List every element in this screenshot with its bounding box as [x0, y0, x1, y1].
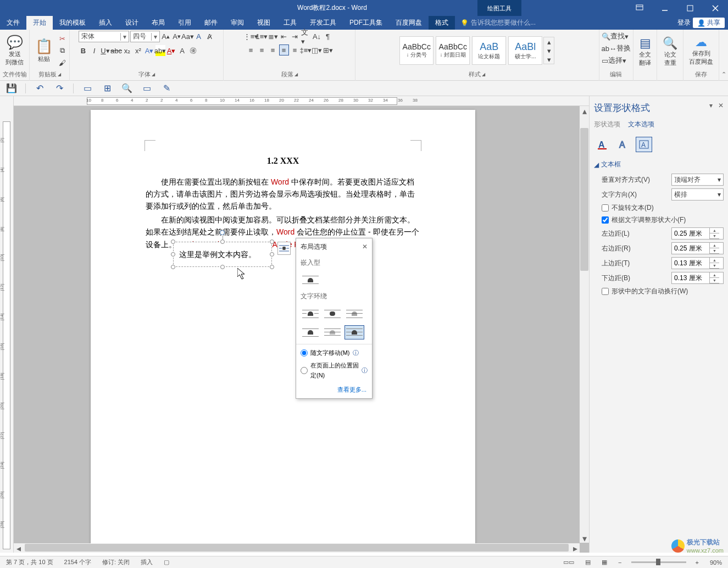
resize-handle[interactable]: [171, 252, 175, 257]
close-button[interactable]: [703, 0, 728, 16]
wrap-behind-option[interactable]: [323, 325, 342, 339]
text-box-shape[interactable]: 这里是举例文本内容。: [173, 242, 272, 267]
styles-up-icon[interactable]: ▴: [544, 37, 554, 46]
menu-references[interactable]: 引用: [171, 16, 198, 30]
select-button[interactable]: ▭ 选择 ▾: [602, 55, 626, 66]
document-scroll-area[interactable]: 10864224681014161820222426283032343638 1…: [14, 96, 589, 553]
qat-icon-2[interactable]: ⊞: [101, 82, 113, 94]
enclose-icon[interactable]: ㊝: [188, 45, 198, 56]
search-button[interactable]: 🔍 论文 查重: [659, 35, 681, 68]
menu-format-context[interactable]: 格式: [429, 16, 455, 30]
margin-bottom-spinner[interactable]: ▲▼: [671, 272, 724, 284]
share-button[interactable]: 👤共享: [693, 18, 725, 28]
highlight-icon[interactable]: ab▾: [155, 45, 165, 56]
qat-icon-3[interactable]: 🔍: [121, 82, 133, 94]
align-right-icon[interactable]: ≡: [268, 44, 278, 55]
menu-templates[interactable]: 我的模板: [53, 16, 92, 30]
asian-layout-icon[interactable]: 文▾: [301, 31, 311, 42]
replace-button[interactable]: ab↔ 替换: [602, 43, 631, 54]
track-changes-status[interactable]: 修订: 关闭: [101, 558, 131, 566]
font-color-icon[interactable]: A▾: [166, 45, 176, 56]
qat-icon-4[interactable]: ▭: [141, 82, 153, 94]
save-icon[interactable]: 💾: [5, 82, 18, 94]
margin-left-spinner[interactable]: ▲▼: [671, 227, 724, 240]
norotate-checkbox[interactable]: [602, 204, 609, 211]
clear-format-icon[interactable]: A̷: [205, 31, 215, 42]
autofit-checkbox[interactable]: [602, 216, 609, 224]
style-item[interactable]: AaBbCc↓ 封面日期: [436, 36, 470, 65]
phonetic-icon[interactable]: A: [194, 31, 204, 42]
margin-top-spinner[interactable]: ▲▼: [671, 257, 724, 269]
cut-icon[interactable]: ✂: [57, 33, 67, 44]
zoom-out-icon[interactable]: −: [616, 559, 623, 566]
layout-options-button[interactable]: [277, 242, 291, 255]
view-print-icon[interactable]: ▤: [583, 559, 592, 566]
resize-handle[interactable]: [220, 240, 225, 244]
resize-handle[interactable]: [270, 252, 274, 257]
subscript-icon[interactable]: x₂: [123, 45, 132, 56]
decrease-indent-icon[interactable]: ⇤: [279, 31, 289, 42]
zoom-in-icon[interactable]: +: [694, 559, 701, 566]
font-family-combo[interactable]: 宋体▾: [79, 31, 129, 42]
fixed-position-radio[interactable]: 在页面上的位置固定(N) ⓘ: [296, 359, 372, 382]
zoom-level[interactable]: 90%: [708, 559, 724, 566]
document-body[interactable]: 1.2 XXX 使用在需要位置出现的新按钮在 Word 中保存时间。若要更改图片…: [146, 154, 420, 252]
wrap-checkbox[interactable]: [602, 288, 609, 295]
borders-icon[interactable]: ⊞▾: [323, 44, 333, 55]
copy-icon[interactable]: ⧉: [57, 45, 67, 56]
baidu-save-button[interactable]: ☁ 保存到 百度网盘: [686, 34, 716, 67]
pane-tab-text-options[interactable]: 文本选项: [628, 120, 654, 131]
maximize-button[interactable]: [677, 0, 703, 16]
style-item[interactable]: AaBl硕士学...: [508, 36, 542, 65]
text-effects-icon[interactable]: A▾: [145, 45, 154, 56]
direction-select[interactable]: 横排▾: [671, 188, 724, 201]
textbox-layout-icon[interactable]: A: [636, 137, 652, 152]
wrap-topbottom-option[interactable]: [301, 325, 320, 339]
close-icon[interactable]: ✕: [362, 242, 368, 252]
resize-handle[interactable]: [270, 265, 274, 269]
rotate-handle[interactable]: [220, 230, 225, 235]
vertical-scrollbar[interactable]: ▴ ▾: [580, 106, 589, 543]
valign-select[interactable]: 顶端对齐▾: [671, 174, 724, 186]
menu-insert[interactable]: 插入: [92, 16, 119, 30]
horizontal-scrollbar[interactable]: ◂ ▸: [14, 543, 580, 553]
tell-me-input[interactable]: 💡 告诉我您想要做什么...: [460, 18, 677, 27]
menu-pdf[interactable]: PDF工具集: [343, 16, 389, 30]
pane-close-icon[interactable]: ✕: [718, 102, 724, 109]
strike-icon[interactable]: abc: [112, 45, 121, 56]
distribute-icon[interactable]: ≡: [290, 44, 300, 55]
view-web-icon[interactable]: ▦: [600, 559, 609, 566]
zoom-slider[interactable]: [631, 561, 686, 563]
page-count[interactable]: 第 7 页，共 10 页: [4, 558, 55, 566]
menu-baidu[interactable]: 百度网盘: [389, 16, 429, 30]
translate-button[interactable]: ▤ 全文 翻译: [636, 35, 654, 68]
font-size-combo[interactable]: 四号▾: [130, 31, 160, 42]
menu-review[interactable]: 审阅: [224, 16, 251, 30]
style-item[interactable]: AaBbCc↓ 分类号: [399, 36, 434, 65]
menu-home[interactable]: 开始: [26, 16, 53, 30]
italic-icon[interactable]: I: [90, 45, 99, 56]
resize-handle[interactable]: [270, 240, 274, 244]
menu-layout[interactable]: 布局: [145, 16, 171, 30]
undo-icon[interactable]: ↶: [34, 82, 46, 94]
minimize-button[interactable]: [652, 0, 677, 16]
char-shading-icon[interactable]: A: [177, 45, 187, 56]
menu-mail[interactable]: 邮件: [198, 16, 224, 30]
menu-file[interactable]: 文件: [0, 16, 26, 30]
send-wechat-button[interactable]: 💬 发送 到微信: [2, 34, 27, 68]
move-with-text-radio[interactable]: 随文字移动(M) ⓘ: [296, 347, 372, 360]
wrap-through-option[interactable]: [344, 307, 364, 321]
bullets-icon[interactable]: ⋮≡▾: [246, 31, 256, 42]
login-link[interactable]: 登录: [677, 18, 691, 27]
textbox-section-toggle[interactable]: ◢ 文本框: [594, 160, 724, 169]
find-button[interactable]: 🔍 查找 ▾: [602, 31, 629, 42]
styles-more-icon[interactable]: ▾: [544, 55, 554, 64]
change-case-icon[interactable]: Aa▾: [183, 31, 193, 42]
redo-icon[interactable]: ↷: [53, 82, 65, 94]
align-center-icon[interactable]: ≡: [257, 44, 267, 55]
shrink-font-icon[interactable]: A▾: [172, 31, 182, 42]
styles-gallery[interactable]: AaBbCc↓ 分类号 AaBbCc↓ 封面日期 AaB论文标题 AaBl硕士学…: [399, 36, 542, 65]
justify-icon[interactable]: ≡: [279, 44, 289, 55]
resize-handle[interactable]: [171, 240, 175, 244]
sort-icon[interactable]: A↓: [312, 31, 322, 42]
